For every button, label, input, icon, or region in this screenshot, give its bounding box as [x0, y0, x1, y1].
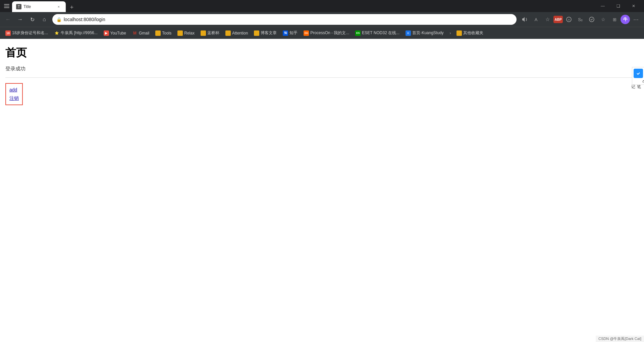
- bookmarks-more-button[interactable]: ›: [448, 29, 453, 37]
- back-button[interactable]: ←: [3, 14, 13, 25]
- bookmark-eset[interactable]: ES ESET NOD32 在线...: [353, 29, 402, 37]
- translate-button[interactable]: A: [531, 14, 541, 25]
- window-controls: — ❑ ✕: [595, 0, 641, 12]
- home-button[interactable]: ⌂: [39, 14, 50, 25]
- browser-chrome: T Title × + — ❑ ✕ ← → ↻ ⌂ 🔒 localhost:80…: [0, 0, 644, 39]
- bookmark-tools[interactable]: Tools: [153, 29, 174, 37]
- bookmark-label: 蓝桥杯: [207, 30, 219, 36]
- login-status: 登录成功: [5, 66, 639, 72]
- content-divider: [5, 77, 639, 78]
- relax-favicon: [177, 30, 183, 36]
- side-widget[interactable]: C笔记: [632, 67, 644, 85]
- link-box: add 注销: [5, 83, 23, 105]
- favorites-star-button[interactable]: ☆: [598, 14, 608, 25]
- ext-icon-2[interactable]: S₂: [575, 14, 586, 25]
- bookmark-label: ProcessOn - 我的文...: [310, 30, 349, 36]
- read-aloud-button[interactable]: [519, 14, 530, 25]
- bookmark-lqb[interactable]: 蓝桥杯: [198, 29, 222, 37]
- tab-strip-menu-icon[interactable]: [3, 2, 11, 10]
- bookmarks-bar: 18 18岁身份证号和名... ⭐ 牛泉禹 [http://9956... ▶ …: [0, 27, 644, 39]
- tabs-area: T Title × +: [12, 0, 595, 12]
- lock-icon: 🔒: [56, 17, 62, 22]
- side-widget-icon: [634, 69, 643, 78]
- bookmark-processon[interactable]: On ProcessOn - 我的文...: [301, 29, 352, 37]
- other-bookmarks-favicon: [457, 30, 462, 36]
- bookmark-zhihu[interactable]: 知 知乎: [280, 29, 300, 37]
- bookmark-label: Relax: [184, 31, 195, 36]
- svg-rect-2: [4, 7, 9, 8]
- page-content: 首页 登录成功 add 注销: [0, 39, 644, 342]
- maximize-button[interactable]: ❑: [610, 0, 626, 12]
- status-text: CSDN @牛泉禹[Dark Cat]: [598, 337, 641, 341]
- other-bookmarks[interactable]: 其他收藏夹: [454, 29, 486, 37]
- tab-title: Title: [23, 4, 54, 9]
- bookmark-label: 18岁身份证号和名...: [12, 30, 48, 36]
- collections-button[interactable]: ⊞: [609, 14, 620, 25]
- bookmark-youtube[interactable]: ▶ YouTube: [101, 29, 129, 37]
- side-widget-label: C笔记: [630, 80, 644, 83]
- blog-favicon: [254, 30, 259, 36]
- nav-bar: ← → ↻ ⌂ 🔒 localhost:8080/login A ☆ ABP ≡…: [0, 12, 644, 27]
- other-bookmarks-label: 其他收藏夹: [463, 30, 483, 36]
- bookmark-label: Gmail: [139, 31, 149, 36]
- title-bar-left: [3, 2, 11, 10]
- nav-right-controls: A ☆ ABP ≡ S₂ ☆ ⊞ 牛 ⋯: [519, 14, 641, 25]
- bookmark-label: Attention: [232, 31, 248, 36]
- new-tab-button[interactable]: +: [67, 3, 76, 12]
- logout-link[interactable]: 注销: [9, 94, 19, 102]
- url-text: localhost:8080/login: [64, 17, 513, 22]
- bookmark-label: Tools: [162, 31, 171, 36]
- bookmark-item[interactable]: 18 18岁身份证号和名...: [3, 29, 51, 37]
- youtube-favicon: ▶: [104, 30, 109, 36]
- tab-favicon: T: [16, 4, 21, 9]
- processon-favicon: On: [304, 30, 309, 36]
- bookmark-label: 博客文章: [261, 30, 277, 36]
- close-button[interactable]: ✕: [626, 0, 641, 12]
- reload-button[interactable]: ↻: [27, 14, 38, 25]
- bookmark-favicon: 18: [5, 30, 11, 36]
- bookmark-label: ESET NOD32 在线...: [362, 30, 399, 36]
- more-options-button[interactable]: ⋯: [631, 14, 641, 25]
- bookmark-label: 首页-KuangStudy: [412, 30, 443, 36]
- bookmark-blog[interactable]: 博客文章: [251, 29, 279, 37]
- tab-close-button[interactable]: ×: [56, 4, 62, 10]
- attention-favicon: [225, 30, 231, 36]
- bookmark-kuangstudy[interactable]: K 首页-KuangStudy: [403, 29, 446, 37]
- bookmark-label: 知乎: [289, 30, 298, 36]
- lqb-favicon: [201, 30, 206, 36]
- kuangstudy-favicon: K: [406, 30, 411, 36]
- bookmark-label: 牛泉禹 [http://9956...: [61, 30, 97, 36]
- svg-rect-0: [4, 4, 9, 5]
- page-title: 首页: [5, 46, 639, 60]
- tools-favicon: [155, 30, 161, 36]
- bookmark-gmail[interactable]: M Gmail: [129, 29, 152, 37]
- add-link[interactable]: add: [9, 86, 19, 94]
- ext-icon-1[interactable]: ≡: [564, 14, 574, 25]
- status-bar: CSDN @牛泉禹[Dark Cat]: [596, 336, 644, 342]
- svg-text:≡: ≡: [568, 18, 570, 21]
- gmail-favicon: M: [132, 30, 138, 36]
- forward-button[interactable]: →: [15, 14, 25, 25]
- minimize-button[interactable]: —: [595, 0, 610, 12]
- address-bar[interactable]: 🔒 localhost:8080/login: [52, 14, 517, 25]
- favorites-button[interactable]: ☆: [542, 14, 553, 25]
- zhihu-favicon: 知: [283, 30, 288, 36]
- bookmark-label: YouTube: [110, 31, 126, 36]
- active-tab[interactable]: T Title ×: [12, 1, 66, 12]
- bookmark-favicon: ⭐: [54, 30, 59, 36]
- profile-avatar[interactable]: 牛: [621, 15, 630, 24]
- bookmark-item[interactable]: ⭐ 牛泉禹 [http://9956...: [51, 29, 100, 37]
- bookmark-relax[interactable]: Relax: [175, 29, 197, 37]
- title-bar: T Title × + — ❑ ✕: [0, 0, 644, 12]
- ext-icon-3[interactable]: [586, 14, 597, 25]
- abp-extension[interactable]: ABP: [553, 16, 563, 23]
- eset-favicon: ES: [355, 30, 361, 36]
- svg-rect-1: [4, 6, 9, 6]
- svg-point-6: [635, 70, 641, 76]
- bookmark-attention[interactable]: Attention: [223, 29, 251, 37]
